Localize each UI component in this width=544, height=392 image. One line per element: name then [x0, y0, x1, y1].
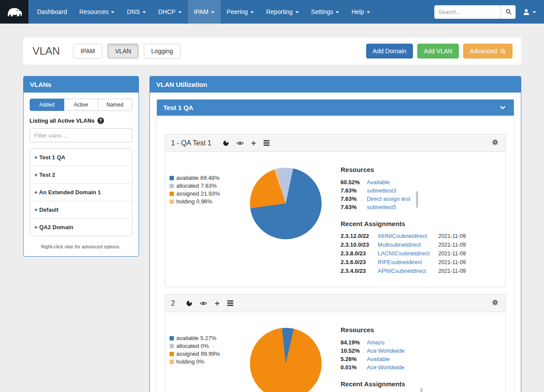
plus-icon-button[interactable]: +	[214, 299, 220, 307]
legend-swatch	[170, 336, 174, 340]
resource-link[interactable]: Available	[367, 179, 390, 186]
assignment-row: 2.3.12.0/22AfriNICsubnetdirect2021-11-09	[341, 233, 466, 241]
scrollbar-thumb[interactable]	[420, 388, 423, 392]
chevron-down-icon	[211, 11, 215, 13]
nav-item-help[interactable]: Help	[345, 0, 376, 24]
vlans-panel: VLANs Added Active Named Listing all Act…	[23, 76, 139, 257]
nav-label: Settings	[311, 8, 333, 15]
hamburger-icon	[227, 300, 233, 306]
segment-active[interactable]: Active	[64, 99, 98, 111]
nav-label: Resources	[80, 8, 109, 15]
vlan-filter-input[interactable]	[30, 128, 132, 142]
assignment-link[interactable]: APNICsubnetdirect	[378, 268, 439, 276]
assignment-link[interactable]: Multisubnetdirect	[378, 241, 439, 250]
nav-item-dns[interactable]: DNS	[121, 0, 152, 24]
nav-label: Reporting	[266, 8, 293, 15]
help-icon[interactable]: ?	[97, 117, 104, 124]
header-actions: Add Domain Add VLAN Advanced	[366, 44, 513, 58]
user-icon	[523, 8, 530, 16]
resources-heading: Resources	[341, 166, 499, 173]
nav-label: DNS	[127, 8, 140, 15]
pie-chart-icon-button[interactable]	[222, 139, 230, 147]
resource-percent: 7.63%	[341, 187, 364, 194]
resource-link[interactable]: Ace Worldwide	[367, 364, 405, 371]
vlan-utilization-header: VLAN Utilization	[150, 76, 521, 93]
chevron-down-icon	[367, 11, 370, 13]
nav-item-dhcp[interactable]: DHCP	[152, 0, 188, 24]
gear-icon-button[interactable]	[491, 138, 499, 148]
segment-added[interactable]: Added	[30, 99, 64, 111]
legend-swatch	[170, 344, 174, 348]
resource-percent: 10.52%	[341, 347, 364, 354]
list-icon-button[interactable]	[263, 139, 270, 147]
nav-item-settings[interactable]: Settings	[305, 0, 346, 24]
pie-chart[interactable]	[250, 168, 322, 239]
resource-percent: 7.63%	[341, 204, 364, 210]
add-vlan-button[interactable]: Add VLAN	[417, 44, 459, 58]
nav-item-resources[interactable]: Resources	[73, 0, 121, 24]
vlan-utilization-panel: VLAN Utilization Test 1 QA 1 - QA Test 1	[149, 76, 521, 392]
plus-icon: +	[251, 140, 256, 146]
resource-link[interactable]: subnettest5	[367, 204, 396, 210]
eye-icon	[236, 141, 244, 146]
gear-icon-button[interactable]	[491, 298, 499, 308]
resources-heading: Resources	[341, 326, 499, 334]
resource-percent: 84.19%	[341, 339, 364, 346]
resource-link[interactable]: subnettest3	[367, 187, 396, 194]
resource-link[interactable]: Ace Worldwide	[367, 347, 405, 354]
card-title: 1 - QA Test 1	[171, 139, 211, 147]
user-menu[interactable]	[521, 8, 538, 16]
assignment-link[interactable]: LACNICsubnetdirect	[378, 250, 439, 259]
add-domain-button[interactable]: Add Domain	[366, 44, 413, 58]
pie-chart[interactable]	[250, 328, 322, 392]
assignment-date: 2021-11-09	[438, 259, 466, 268]
vlans-panel-title: VLANs	[30, 81, 52, 88]
assignment-link[interactable]: AfriNICsubnetdirect	[378, 233, 439, 241]
chevron-down-icon	[250, 11, 254, 13]
search-icon	[500, 48, 506, 54]
nav-item-reporting[interactable]: Reporting	[260, 0, 305, 24]
assignment-cidr: 2.3.8.0/23	[341, 250, 378, 259]
assignment-date: 2021-11-09	[438, 241, 466, 250]
vlan-utilization-title: VLAN Utilization	[156, 81, 208, 88]
app-logo[interactable]	[0, 0, 28, 24]
vlan-list-item[interactable]: + Test 1 QA	[30, 149, 132, 166]
assignment-link[interactable]: RIPEsubnetdirect	[378, 259, 439, 268]
assignment-cidr: 2.3.4.0/23	[341, 268, 378, 276]
eye-icon-button[interactable]	[236, 140, 245, 147]
chevron-down-icon	[533, 11, 536, 13]
resource-link[interactable]: Amazo	[367, 339, 385, 346]
pie-chart-icon-button[interactable]	[185, 299, 193, 307]
vlan-section-header[interactable]: Test 1 QA	[157, 100, 514, 116]
vlan-list-item[interactable]: + Default	[30, 201, 132, 218]
resource-link[interactable]: Direct assign test	[367, 196, 411, 202]
vlan-section: Test 1 QA 1 - QA Test 1 +	[156, 99, 514, 392]
advanced-button[interactable]: Advanced	[463, 44, 512, 58]
list-icon-button[interactable]	[226, 299, 234, 307]
assignment-date: 2021-11-09	[438, 268, 466, 276]
vlan-list-item[interactable]: + Test 2	[30, 166, 132, 183]
legend-label: assigned 99.99%	[177, 351, 220, 357]
nav-label: Dashboard	[37, 8, 67, 15]
vlan-filter-tabs: Added Active Named	[30, 99, 132, 111]
legend-swatch	[170, 360, 174, 364]
plus-icon-button[interactable]: +	[250, 139, 257, 147]
scrollbar-thumb[interactable]	[416, 191, 418, 208]
tab-ipam[interactable]: IPAM	[73, 44, 102, 58]
eye-icon	[200, 301, 207, 306]
resource-link[interactable]: Available	[367, 356, 390, 362]
resource-percent: 7.63%	[341, 196, 364, 202]
nav-item-peering[interactable]: Peering	[221, 0, 260, 24]
eye-icon-button[interactable]	[199, 300, 208, 307]
tab-vlan[interactable]: VLAN	[107, 44, 139, 58]
legend-label: holding 0.96%	[177, 198, 212, 205]
vlan-list-item[interactable]: + An Extended Domain 1	[30, 183, 132, 201]
chevron-down-icon	[142, 11, 146, 13]
tab-logging[interactable]: Logging	[144, 44, 180, 58]
vlan-list-item[interactable]: + QA2 Domain	[30, 218, 132, 236]
search-input[interactable]	[434, 5, 501, 19]
nav-item-dashboard[interactable]: Dashboard	[31, 0, 73, 24]
nav-item-ipam[interactable]: IPAM	[188, 0, 221, 24]
segment-named[interactable]: Named	[98, 99, 132, 111]
search-button[interactable]	[501, 5, 516, 19]
